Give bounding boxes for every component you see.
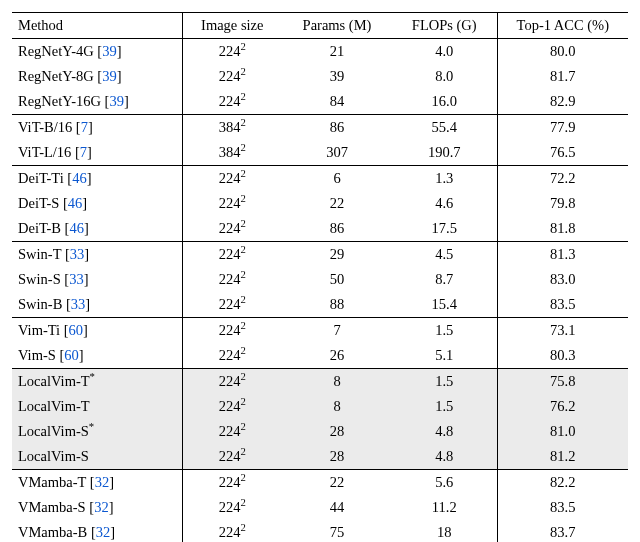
table-row: Vim-S [60]2242265.180.3: [12, 343, 628, 369]
params-cell: 39: [282, 64, 392, 89]
params-cell: 6: [282, 166, 392, 192]
method-cell: DeiT-B [46]: [12, 216, 182, 242]
image-size-cell: 2242: [182, 242, 282, 268]
table-row: VMamba-B [32]2242751883.7: [12, 520, 628, 542]
citation-ref[interactable]: 32: [96, 524, 111, 540]
acc-cell: 80.0: [497, 39, 628, 65]
image-size-cell: 2242: [182, 267, 282, 292]
citation-ref[interactable]: 46: [68, 195, 83, 211]
method-name: VMamba-S: [18, 499, 86, 515]
table-row: RegNetY-4G [39]2242214.080.0: [12, 39, 628, 65]
image-size-base: 384: [219, 119, 241, 135]
table-row: RegNetY-16G [39]22428416.082.9: [12, 89, 628, 115]
squared-exponent: 2: [240, 395, 245, 407]
method-name: DeiT-Ti: [18, 170, 64, 186]
image-size-base: 224: [219, 93, 241, 109]
acc-cell: 77.9: [497, 115, 628, 141]
image-size-cell: 2242: [182, 89, 282, 115]
col-params: Params (M): [282, 13, 392, 39]
image-size-base: 224: [219, 68, 241, 84]
squared-exponent: 2: [240, 471, 245, 483]
table-row: Swin-T [33]2242294.581.3: [12, 242, 628, 268]
acc-cell: 81.7: [497, 64, 628, 89]
citation-ref[interactable]: 39: [109, 93, 124, 109]
citation-ref[interactable]: 33: [69, 271, 84, 287]
image-size-base: 224: [219, 499, 241, 515]
citation-ref[interactable]: 32: [94, 499, 109, 515]
image-size-cell: 2242: [182, 292, 282, 318]
image-size-cell: 2242: [182, 495, 282, 520]
flops-cell: 8.7: [392, 267, 497, 292]
citation-ref[interactable]: 33: [70, 246, 85, 262]
acc-cell: 73.1: [497, 318, 628, 344]
squared-exponent: 2: [240, 243, 245, 255]
method-name: RegNetY-8G: [18, 68, 94, 84]
flops-cell: 8.0: [392, 64, 497, 89]
flops-cell: 11.2: [392, 495, 497, 520]
table-row: Swin-B [33]22428815.483.5: [12, 292, 628, 318]
image-size-base: 224: [219, 322, 241, 338]
citation-ref[interactable]: 46: [72, 170, 87, 186]
image-size-base: 224: [219, 220, 241, 236]
acc-cell: 83.5: [497, 292, 628, 318]
flops-cell: 4.0: [392, 39, 497, 65]
citation-ref[interactable]: 32: [95, 474, 110, 490]
citation-ref[interactable]: 46: [69, 220, 84, 236]
method-name: LocalVim-T: [18, 398, 90, 414]
flops-cell: 1.3: [392, 166, 497, 192]
method-cell: Swin-S [33]: [12, 267, 182, 292]
flops-cell: 4.8: [392, 419, 497, 444]
table-row: DeiT-B [46]22428617.581.8: [12, 216, 628, 242]
citation-ref[interactable]: 39: [102, 68, 117, 84]
acc-cell: 76.2: [497, 394, 628, 419]
squared-exponent: 2: [240, 370, 245, 382]
col-image-size: Image size: [182, 13, 282, 39]
flops-cell: 4.6: [392, 191, 497, 216]
image-size-base: 384: [219, 144, 241, 160]
acc-cell: 81.8: [497, 216, 628, 242]
citation-ref[interactable]: 60: [69, 322, 84, 338]
table-row: ViT-L/16 [7]3842307190.776.5: [12, 140, 628, 166]
method-cell: VMamba-B [32]: [12, 520, 182, 542]
citation-ref[interactable]: 7: [80, 144, 87, 160]
image-size-base: 224: [219, 373, 241, 389]
flops-cell: 18: [392, 520, 497, 542]
method-name: Vim-Ti: [18, 322, 60, 338]
table-row: VMamba-S [32]22424411.283.5: [12, 495, 628, 520]
squared-exponent: 2: [240, 167, 245, 179]
image-size-base: 224: [219, 296, 241, 312]
squared-exponent: 2: [240, 40, 245, 52]
params-cell: 22: [282, 191, 392, 216]
image-size-cell: 2242: [182, 318, 282, 344]
image-size-cell: 2242: [182, 520, 282, 542]
method-name: ViT-L/16: [18, 144, 71, 160]
method-cell: Swin-B [33]: [12, 292, 182, 318]
citation-ref[interactable]: 7: [81, 119, 88, 135]
squared-exponent: 2: [240, 90, 245, 102]
citation-ref[interactable]: 39: [102, 43, 117, 59]
params-cell: 84: [282, 89, 392, 115]
image-size-base: 224: [219, 524, 241, 540]
method-name: VMamba-B: [18, 524, 87, 540]
citation-ref[interactable]: 60: [64, 347, 79, 363]
image-size-base: 224: [219, 448, 241, 464]
table-row: LocalVim-T*224281.575.8: [12, 369, 628, 395]
method-name: Vim-S: [18, 347, 56, 363]
squared-exponent: 2: [240, 496, 245, 508]
image-size-cell: 2242: [182, 470, 282, 496]
squared-exponent: 2: [240, 65, 245, 77]
image-size-cell: 2242: [182, 444, 282, 470]
method-name: LocalVim-S: [18, 448, 89, 464]
table-row: VMamba-T [32]2242225.682.2: [12, 470, 628, 496]
params-cell: 21: [282, 39, 392, 65]
method-cell: LocalVim-T*: [12, 369, 182, 395]
table-row: LocalVim-S2242284.881.2: [12, 444, 628, 470]
params-cell: 29: [282, 242, 392, 268]
acc-cell: 81.0: [497, 419, 628, 444]
method-cell: LocalVim-T: [12, 394, 182, 419]
image-size-cell: 2242: [182, 39, 282, 65]
citation-ref[interactable]: 33: [71, 296, 86, 312]
method-cell: RegNetY-16G [39]: [12, 89, 182, 115]
image-size-base: 224: [219, 398, 241, 414]
method-cell: LocalVim-S: [12, 444, 182, 470]
